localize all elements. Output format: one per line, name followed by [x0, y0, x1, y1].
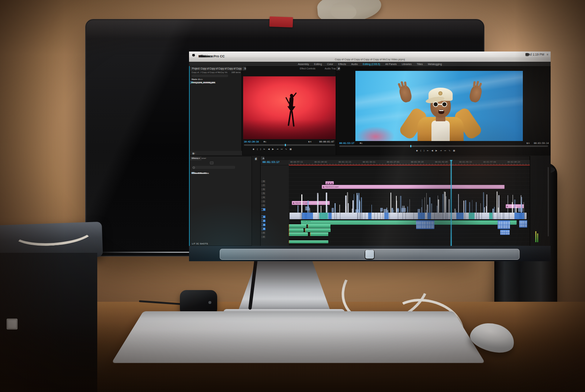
blue-audio-clip[interactable]: [519, 220, 527, 228]
timeline-timecode[interactable]: 00:01:53:17: [263, 161, 279, 164]
video-clip[interactable]: [302, 213, 307, 219]
solo-icon[interactable]: [261, 224, 263, 226]
cut-fragment[interactable]: [387, 210, 388, 213]
cut-fragment[interactable]: [469, 202, 470, 213]
video-clip[interactable]: [514, 213, 522, 219]
transport-button[interactable]: ▦: [453, 149, 455, 152]
cut-block[interactable]: [384, 209, 387, 213]
transport-button[interactable]: }: [424, 149, 424, 152]
eye-icon[interactable]: [261, 197, 263, 198]
timeline-playhead[interactable]: [451, 160, 452, 246]
transport-button[interactable]: ↦: [281, 148, 283, 150]
cut-fragment[interactable]: [427, 205, 428, 213]
cut-fragment[interactable]: [410, 199, 410, 213]
project-tab[interactable]: Project: Copy of Copy of Copy of Copy of…: [190, 66, 242, 71]
workspace-tab-color[interactable]: Color: [327, 63, 333, 65]
program-zoom-dropdown[interactable]: 1/4 ▾: [526, 142, 528, 144]
cut-block[interactable]: [397, 209, 399, 212]
source-zoom-dropdown[interactable]: 1/4 ▾: [308, 140, 309, 143]
transport-button[interactable]: ◀: [268, 148, 270, 150]
column-media[interactable]: Medi: [192, 78, 196, 80]
effect-controls-tab[interactable]: Effect Controls: [298, 66, 317, 71]
cut-fragment[interactable]: [309, 208, 310, 213]
video-clip[interactable]: [427, 213, 431, 219]
video1-clip-strip[interactable]: [290, 213, 526, 219]
cut-fragment[interactable]: [321, 206, 322, 213]
cut-fragment[interactable]: [318, 194, 318, 213]
video-clip[interactable]: [319, 213, 328, 219]
cut-fragment[interactable]: [480, 203, 481, 213]
solo-icon[interactable]: [261, 236, 263, 238]
cut-fragment[interactable]: [476, 202, 477, 213]
blue-audio-clip[interactable]: [416, 220, 434, 229]
project-search-input[interactable]: [192, 75, 228, 77]
timeline-ruler[interactable]: 00:00:57:1100:01:04:0200:01:11:2100:01:1…: [289, 160, 530, 165]
apple-menu-icon[interactable]: [192, 53, 195, 57]
audio-clip[interactable]: [289, 224, 306, 228]
audio-clip[interactable]: [289, 232, 308, 236]
solo-icon[interactable]: [261, 232, 263, 234]
cut-block[interactable]: [332, 208, 334, 212]
cut-fragment[interactable]: [472, 200, 472, 213]
workspace-tab-effects[interactable]: Effects: [338, 63, 346, 65]
solo-icon[interactable]: [261, 220, 263, 222]
cut-fragment[interactable]: [454, 209, 456, 213]
program-fit-dropdown[interactable]: Fit ▾: [360, 142, 361, 144]
effects-search-input[interactable]: [192, 166, 235, 169]
program-tab[interactable]: ▸ Program: A002_C001_0101RC_001×: [336, 66, 340, 71]
cut-fragment[interactable]: [348, 203, 349, 213]
tool-button[interactable]: ⊙: [255, 157, 257, 160]
cut-fragment[interactable]: [335, 203, 336, 213]
transport-button[interactable]: {: [257, 148, 258, 150]
audio-clip[interactable]: [308, 224, 331, 228]
adjustment-fragment[interactable]: [330, 181, 334, 184]
transport-button[interactable]: ▦: [290, 148, 292, 150]
cut-fragment[interactable]: [438, 199, 439, 213]
video-clip[interactable]: [368, 213, 371, 219]
cut-fragment[interactable]: [429, 197, 430, 213]
cut-fragment[interactable]: [514, 199, 515, 213]
cut-fragment[interactable]: [446, 196, 447, 213]
cut-fragment[interactable]: [298, 205, 298, 213]
transport-button[interactable]: ⇥: [276, 148, 278, 150]
source-fit-dropdown[interactable]: Fit ▾: [264, 140, 265, 143]
video-clip[interactable]: [456, 213, 464, 219]
cut-fragment[interactable]: [339, 205, 340, 213]
cut-fragment[interactable]: [463, 201, 464, 213]
program-video-frame[interactable]: [355, 71, 523, 141]
cut-fragment[interactable]: [492, 209, 494, 213]
cut-block[interactable]: [380, 208, 383, 212]
cut-fragment[interactable]: [458, 194, 459, 213]
video-clip[interactable]: [469, 213, 475, 219]
eye-icon[interactable]: [261, 184, 263, 186]
source-playhead[interactable]: [285, 144, 286, 146]
transport-button[interactable]: ∿: [449, 149, 450, 152]
cut-fragment[interactable]: [371, 205, 372, 213]
video-clip[interactable]: [328, 213, 332, 219]
cut-block[interactable]: [401, 208, 406, 212]
cut-fragment[interactable]: [392, 208, 393, 213]
cut-fragment[interactable]: [328, 206, 328, 213]
new-item-icon[interactable]: ⊞: [192, 152, 194, 155]
workspace-tab-libraries[interactable]: Libraries: [402, 63, 412, 65]
eye-icon[interactable]: [261, 180, 263, 182]
cut-fragment[interactable]: [361, 197, 362, 213]
cut-fragment[interactable]: [422, 199, 423, 213]
audio-clip[interactable]: [305, 228, 331, 232]
program-playhead[interactable]: [410, 145, 411, 147]
panel-tab-history[interactable]: History: [190, 156, 200, 160]
eye-icon[interactable]: [261, 193, 263, 194]
workspace-tab-editing[interactable]: Editing: [314, 63, 322, 65]
effects-bin[interactable]: ▶Custom Bin 03: [192, 171, 207, 175]
source-scrubber[interactable]: [244, 144, 335, 146]
cut-fragment[interactable]: [449, 199, 450, 213]
source-video-frame[interactable]: [243, 76, 336, 139]
cut-fragment[interactable]: [326, 193, 327, 213]
clip-row[interactable]: A002_C007_0101PP_00123.976 fps: [190, 81, 191, 84]
transport-button[interactable]: ↦: [444, 149, 446, 152]
cut-block[interactable]: [305, 206, 310, 210]
cut-fragment[interactable]: [437, 206, 438, 213]
cut-fragment[interactable]: [431, 203, 432, 213]
cut-fragment[interactable]: [301, 194, 302, 213]
audio1-clip[interactable]: A002_C001: [301, 220, 517, 225]
